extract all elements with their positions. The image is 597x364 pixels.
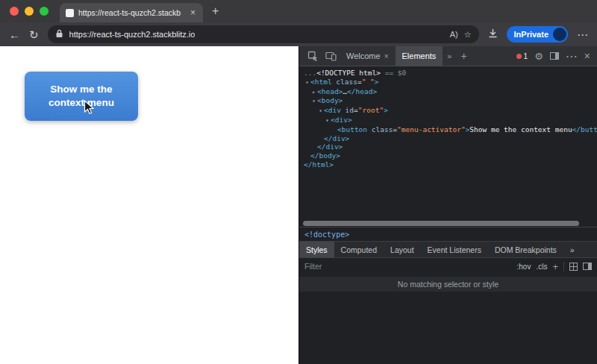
favorites-icon[interactable]: ☆ [464,30,472,40]
tree-expand-icon[interactable]: ▾ [317,107,324,116]
devtools-panel: Welcome × Elements » + 1 ⚙ ⋯ × [298,46,597,364]
window-controls [0,7,58,16]
welcome-close-icon[interactable]: × [384,52,389,60]
styles-dock-icon[interactable] [583,263,592,270]
tab-close-icon[interactable]: × [189,7,197,18]
tree-node[interactable]: ▸<head>…</head> [299,87,597,97]
tree-node[interactable]: <button class="menu-activator">Show me t… [299,125,597,134]
hover-state-toggle[interactable]: :hov [517,263,531,271]
zoom-window-button[interactable] [40,7,49,16]
issues-count: 1 [524,52,528,60]
url-text: https://react-ts-quzch2.stackblitz.io [69,30,196,39]
tree-node[interactable]: ▾<div> [299,116,597,125]
tab-welcome[interactable]: Welcome × [340,46,396,66]
tab-styles[interactable]: Styles [299,242,334,257]
tree-node[interactable]: ▾<body> [299,96,597,106]
inprivate-avatar [553,28,566,41]
context-menu-button[interactable]: Show me the context menu [25,72,138,121]
devtools-close-icon[interactable]: × [584,50,590,62]
download-icon[interactable] [488,28,498,41]
tab-computed[interactable]: Computed [334,242,384,257]
web-page: Show me the context menu [0,46,298,364]
tree-expand-icon[interactable]: ▸ [310,88,317,97]
dock-side-icon[interactable] [550,52,559,60]
tree-expand-icon[interactable]: ▾ [310,97,317,106]
inprivate-label: InPrivate [514,30,548,39]
device-toolbar-icon[interactable] [322,51,340,61]
settings-gear-icon[interactable]: ⚙ [534,51,543,62]
tab-dom-breakpoints[interactable]: DOM Breakpoints [488,242,563,257]
styles-pane-tabs: Styles Computed Layout Event Listeners D… [299,241,597,258]
styles-filter-input[interactable] [304,262,512,271]
filter-divider [563,262,564,272]
tree-node[interactable]: </html> [299,160,597,169]
tab-event-listeners[interactable]: Event Listeners [421,242,488,257]
tab-title: https://react-ts-quzch2.stackb [78,8,184,17]
navigation-bar: ← ↻ https://react-ts-quzch2.stackblitz.i… [0,22,597,46]
dom-tree[interactable]: ...<!DOCTYPE html> == $0▾<html class=" "… [299,66,597,220]
devtools-toolbar: Welcome × Elements » + 1 ⚙ ⋯ × [299,46,597,66]
new-tab-button[interactable]: + [212,4,219,18]
browser-tab[interactable]: https://react-ts-quzch2.stackb × [60,3,203,22]
styles-pane-body [299,292,597,364]
back-icon[interactable]: ← [9,29,20,40]
class-toggle[interactable]: .cls [536,263,547,271]
tree-node[interactable]: </body> [299,151,597,160]
tree-node[interactable]: </div> [299,134,597,143]
new-style-rule-icon[interactable]: + [552,261,558,272]
issues-badge[interactable]: 1 [516,52,528,60]
issues-dot-icon [516,54,522,59]
tree-expand-icon[interactable]: ▾ [304,78,310,87]
tab-welcome-label: Welcome [346,51,381,60]
add-tab-icon[interactable]: + [456,50,471,62]
breadcrumb-item[interactable]: <!doctype> [304,230,349,239]
tab-elements[interactable]: Elements [396,46,443,66]
close-window-button[interactable] [10,7,19,16]
styles-filter-bar: :hov .cls + [299,258,597,274]
breadcrumb: <!doctype> [299,227,597,241]
tree-node[interactable]: </div> [299,142,597,151]
scrollbar-thumb[interactable] [303,221,579,226]
styles-empty-message: No matching selector or style [299,277,597,292]
tab-strip: https://react-ts-quzch2.stackb × + [0,0,597,22]
tree-node[interactable]: ...<!DOCTYPE html> == $0 [299,69,597,78]
inspect-element-icon[interactable] [304,51,322,62]
inprivate-badge[interactable]: InPrivate [507,26,568,43]
layout-grid-icon[interactable] [569,263,578,271]
tab-layout[interactable]: Layout [384,242,421,257]
lock-icon [55,28,63,41]
main-area: Show me the context menu Welcome × Ele [0,46,597,364]
styles-more-tabs-icon[interactable]: » [563,242,581,257]
devtools-toolbar-right: 1 ⚙ ⋯ × [516,49,597,63]
horizontal-scrollbar[interactable] [299,220,597,227]
read-aloud-icon[interactable]: A) [450,30,458,39]
tree-node[interactable]: ▾<div id="root"> [299,106,597,116]
browser-window: https://react-ts-quzch2.stackb × + ← ↻ h… [0,0,597,364]
tree-expand-icon[interactable]: ▾ [324,116,331,125]
tab-favicon-icon [66,9,74,17]
browser-menu-icon[interactable]: ⋯ [577,29,588,40]
refresh-icon[interactable]: ↻ [29,29,39,40]
address-bar[interactable]: https://react-ts-quzch2.stackblitz.io A)… [48,25,479,43]
tree-node[interactable]: ▾<html class=" "> [299,78,597,87]
more-tabs-icon[interactable]: » [443,51,456,60]
minimize-window-button[interactable] [25,7,34,16]
mouse-cursor-icon [84,100,94,118]
tab-elements-label: Elements [402,51,437,60]
devtools-menu-icon[interactable]: ⋯ [566,49,578,63]
